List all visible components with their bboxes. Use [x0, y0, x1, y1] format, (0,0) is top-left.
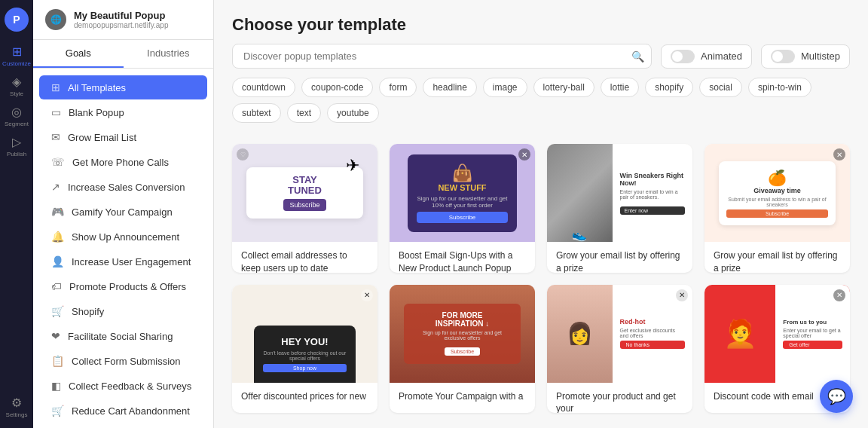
all-templates-label: All Templates — [68, 82, 126, 93]
products-icon: 🏷 — [51, 280, 62, 292]
app-logo[interactable]: P — [5, 8, 29, 32]
sidebar-item-engagement[interactable]: 👤 Increase User Engagement — [39, 249, 207, 274]
new-stuff-sub: Sign up for our newsletter and get 10% o… — [417, 195, 508, 209]
search-row: 🔍 Animated Multistep — [232, 44, 850, 69]
nav-item-segment[interactable]: ◎ Segment — [3, 102, 30, 130]
sidebar-item-feedback[interactable]: ◧ Collect Feedback & Surveys — [39, 374, 207, 398]
template-card-inspiration[interactable]: ✕ FOR MOREINSPIRATION ↓ Sign up for our … — [390, 285, 535, 414]
giveaway-emoji: 🍊 — [726, 169, 827, 187]
engagement-icon: 👤 — [51, 255, 64, 268]
close-icon-giveaway[interactable]: ✕ — [833, 148, 845, 160]
stay-tuned-btn: Subscribe — [283, 199, 326, 211]
template-card-new-stuff[interactable]: ✕ 👜 NEW STUFF Sign up for our newsletter… — [390, 144, 535, 273]
sidebar: 🌐 My Beautiful Popup demopopupsmart.netl… — [33, 0, 214, 428]
site-name: My Beautiful Popup — [74, 10, 168, 21]
template-preview-new-stuff: ✕ 👜 NEW STUFF Sign up for our newsletter… — [390, 144, 535, 242]
tag-youtube[interactable]: youtube — [327, 103, 379, 123]
insp-btn: Subscribe — [445, 347, 480, 356]
tab-goals[interactable]: Goals — [33, 40, 124, 68]
sidebar-item-social[interactable]: ❤ Facilitate Social Sharing — [39, 324, 207, 348]
template-card-sneakers[interactable]: 👟 Win Sneakers Right Now! Enter your ema… — [547, 144, 692, 273]
rh-sub: Get exclusive discounts and offers — [620, 328, 686, 338]
sales-icon: ↗ — [51, 181, 60, 193]
animated-switch[interactable] — [671, 50, 695, 63]
sidebar-header: 🌐 My Beautiful Popup demopopupsmart.netl… — [33, 0, 213, 40]
tag-image[interactable]: image — [483, 78, 527, 97]
customize-icon: ⊞ — [12, 44, 22, 59]
nav-item-settings[interactable]: ⚙ Settings — [3, 393, 30, 420]
template-preview-sneakers: 👟 Win Sneakers Right Now! Enter your ema… — [547, 144, 692, 242]
sidebar-item-cart[interactable]: 🛒 Reduce Cart Abandonment — [39, 399, 207, 423]
sneakers-sub: Enter your email to win a pair of sneake… — [620, 189, 686, 200]
tag-lottery-ball[interactable]: lottery-ball — [533, 78, 594, 97]
sidebar-item-get-calls[interactable]: ☏ Get More Phone Calls — [39, 150, 207, 174]
feedback-label: Collect Feedback & Surveys — [69, 381, 191, 392]
multistep-knob — [772, 51, 783, 62]
sneakers-form: Win Sneakers Right Now! Enter your email… — [613, 144, 693, 242]
template-card-red-hot[interactable]: ✕ 👩 Red-hot Get exclusive discounts and … — [547, 285, 692, 414]
tag-form[interactable]: form — [379, 78, 417, 97]
nav-label-settings: Settings — [6, 411, 28, 418]
settings-icon: ⚙ — [11, 396, 22, 410]
nav-item-publish[interactable]: ▷ Publish — [3, 133, 30, 160]
sidebar-item-products[interactable]: 🏷 Promote Products & Offers — [39, 274, 207, 298]
feedback-icon: ◧ — [51, 380, 61, 392]
multistep-switch[interactable] — [771, 50, 795, 63]
fu-btn: Get offer — [783, 341, 842, 349]
main-content: Choose your template 🔍 Animated Multiste… — [214, 0, 868, 428]
sidebar-item-blank-popup[interactable]: ▭ Blank Popup — [39, 100, 207, 124]
tag-lottie[interactable]: lottie — [601, 78, 639, 97]
fav-icon-stay-tuned[interactable]: ♡ — [237, 148, 249, 160]
main-header: Choose your template 🔍 Animated Multiste… — [214, 0, 868, 135]
hey-title: HEY YOU! — [263, 336, 347, 347]
tab-industries[interactable]: Industries — [124, 40, 214, 68]
close-icon-new-stuff[interactable]: ✕ — [518, 148, 530, 160]
sneakers-btn: Enter now — [620, 206, 686, 215]
left-navigation: P ⊞ Customize ◈ Style ◎ Segment ▷ Publis… — [0, 0, 33, 428]
sidebar-item-grow-email[interactable]: ✉ Grow Email List — [39, 125, 207, 149]
sidebar-item-gamify[interactable]: 🎮 Gamify Your Campaign — [39, 200, 207, 224]
nav-item-style[interactable]: ◈ Style — [3, 72, 30, 99]
sidebar-item-shopify[interactable]: 🛒 Shopify — [39, 299, 207, 323]
tag-subtext[interactable]: subtext — [232, 103, 281, 123]
close-icon-from-us[interactable]: ✕ — [833, 289, 845, 301]
close-icon-red-hot[interactable]: ✕ — [676, 289, 688, 301]
social-label: Facilitate Social Sharing — [68, 331, 173, 342]
template-card-giveaway[interactable]: ✕ 🍊 Giveaway time Submit your email addr… — [704, 144, 850, 273]
sidebar-item-announcement[interactable]: 🔔 Show Up Announcement — [39, 225, 207, 249]
nav-item-customize[interactable]: ⊞ Customize — [3, 42, 30, 69]
publish-icon: ▷ — [12, 135, 21, 149]
cart-icon: 🛒 — [51, 405, 64, 417]
sidebar-item-form[interactable]: 📋 Collect Form Submission — [39, 349, 207, 373]
multistep-label: Multistep — [801, 50, 840, 62]
plane-icon: ✈ — [346, 156, 359, 176]
template-card-stay-tuned[interactable]: ♡ STAYTUNED Subscribe ✈ Collect email ad… — [232, 144, 377, 273]
fu-image: 🧑‍🦰 — [704, 285, 775, 383]
tag-coupon-code[interactable]: coupon-code — [301, 78, 373, 97]
template-preview-hey: ✕ HEY YOU! Don't leave before checking o… — [232, 285, 377, 383]
new-stuff-popup: 👜 NEW STUFF Sign up for our newsletter a… — [408, 154, 517, 232]
sidebar-item-all-templates[interactable]: ⊞ All Templates — [39, 75, 207, 99]
tag-social[interactable]: social — [699, 78, 742, 97]
tag-text[interactable]: text — [287, 103, 321, 123]
tag-spin-to-win[interactable]: spin-to-win — [748, 78, 811, 97]
blank-popup-icon: ▭ — [51, 106, 61, 118]
sidebar-tabs: Goals Industries — [33, 40, 213, 69]
close-icon-hey[interactable]: ✕ — [361, 289, 373, 301]
giveaway-title: Giveaway time — [726, 187, 827, 194]
fu-sub: Enter your email to get a special offer — [783, 328, 842, 338]
tag-shopify[interactable]: shopify — [645, 78, 693, 97]
multistep-toggle[interactable]: Multistep — [761, 44, 850, 69]
chat-button[interactable]: 💬 — [820, 380, 853, 413]
sneaker-placeholder: 👟 — [547, 144, 613, 242]
site-icon: 🌐 — [45, 9, 66, 30]
animated-toggle[interactable]: Animated — [661, 44, 752, 69]
search-input[interactable] — [232, 44, 652, 69]
products-label: Promote Products & Offers — [69, 281, 186, 292]
tag-countdown[interactable]: countdown — [232, 78, 295, 97]
sidebar-item-sales[interactable]: ↗ Increase Sales Conversion — [39, 175, 207, 199]
tag-headline[interactable]: headline — [423, 78, 476, 97]
rh-container: 👩 Red-hot Get exclusive discounts and of… — [547, 285, 692, 383]
template-card-hey[interactable]: ✕ HEY YOU! Don't leave before checking o… — [232, 285, 377, 414]
insp-popup: FOR MOREINSPIRATION ↓ Sign up for our ne… — [404, 304, 520, 364]
